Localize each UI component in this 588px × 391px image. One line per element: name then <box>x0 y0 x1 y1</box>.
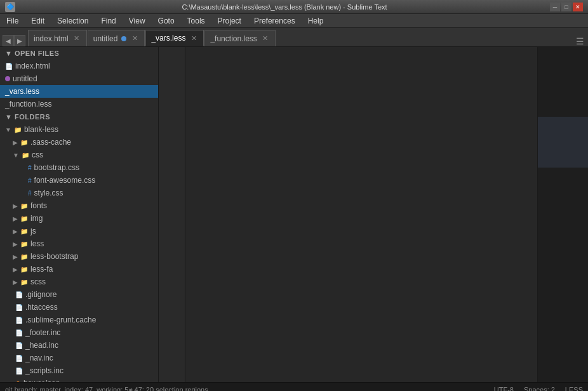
sidebar-item-label: less <box>30 239 44 248</box>
sidebar: ▼ OPEN FILES 📄 index.html untitled _vars… <box>0 47 159 382</box>
encoding-label: UTF-8 <box>494 386 514 392</box>
folder-icon: 📁 <box>20 215 28 222</box>
tab-label: untitled <box>93 34 118 43</box>
sidebar-file-nav-inc[interactable]: 📄 _nav.inc <box>0 352 158 364</box>
folder-icon: 📁 <box>20 253 28 260</box>
main-layout: ▼ OPEN FILES 📄 index.html untitled _vars… <box>0 47 588 382</box>
sidebar-item-label: style.css <box>34 189 63 197</box>
sidebar-item-label: .sublime-grunt.cache <box>25 315 96 324</box>
menu-item-find[interactable]: Find <box>95 14 122 27</box>
folders-header: ▼ FOLDERS <box>0 110 158 123</box>
sidebar-folder-less-fa[interactable]: ▶ 📁 less-fa <box>0 263 158 275</box>
tab-prev-button[interactable]: ◀ <box>3 35 14 46</box>
sidebar-file-gitignore[interactable]: 📄 .gitignore <box>0 288 158 301</box>
sidebar-item-index-html[interactable]: 📄 index.html <box>0 60 158 72</box>
tab-menu-button[interactable]: ☰ <box>573 36 587 46</box>
sidebar-file-footer-inc[interactable]: 📄 _footer.inc <box>0 326 158 339</box>
tab-untitled[interactable]: untitled ✕ <box>88 30 145 46</box>
file-icon: 📄 <box>15 342 23 349</box>
sidebar-item-label: _head.inc <box>25 341 58 350</box>
sidebar-folder-fonts[interactable]: ▶ 📁 fonts <box>0 199 158 212</box>
sidebar-file-bootstrap-css[interactable]: # bootstrap.css <box>0 161 158 174</box>
file-icon: 📄 <box>15 355 23 362</box>
tab-bar: ◀ ▶ index.html ✕ untitled ✕ _vars.less ✕… <box>0 28 588 47</box>
tab-close-icon[interactable]: ✕ <box>72 34 81 43</box>
sidebar-item-label: bower.json <box>23 379 60 382</box>
tab-label: _vars.less <box>151 34 185 43</box>
sidebar-item-vars-less[interactable]: _vars.less <box>0 85 158 98</box>
file-icon: 📄 <box>15 291 23 298</box>
tab-vars-less[interactable]: _vars.less ✕ <box>145 30 204 46</box>
css-icon: # <box>28 164 32 171</box>
tab-close-icon[interactable]: ✕ <box>130 34 139 43</box>
tab-index-html[interactable]: index.html ✕ <box>28 30 87 46</box>
folder-arrow-icon: ▶ <box>13 228 18 235</box>
file-icon: 📄 <box>5 63 13 70</box>
folder-arrow-icon: ▼ <box>13 152 19 159</box>
sidebar-item-untitled[interactable]: untitled <box>0 72 158 85</box>
sidebar-folder-less[interactable]: ▶ 📁 less <box>0 237 158 250</box>
sidebar-item-label: .gitignore <box>25 290 57 299</box>
menu-item-goto[interactable]: Goto <box>152 14 181 27</box>
tab-function-less[interactable]: _function.less ✕ <box>204 30 275 46</box>
sidebar-item-label: _vars.less <box>5 87 39 96</box>
sidebar-folder-css[interactable]: ▼ 📁 css <box>0 149 158 161</box>
tab-navigation: ◀ ▶ <box>3 35 25 46</box>
tab-close-icon[interactable]: ✕ <box>261 34 270 43</box>
sidebar-file-fontawesome-css[interactable]: # font-awesome.css <box>0 174 158 187</box>
sidebar-item-label: img <box>30 214 43 223</box>
maximize-button[interactable]: □ <box>561 3 571 11</box>
sidebar-file-style-css[interactable]: # style.css <box>0 187 158 199</box>
tab-close-icon[interactable]: ✕ <box>189 34 198 43</box>
tab-next-button[interactable]: ▶ <box>14 35 25 46</box>
sidebar-file-scripts-inc[interactable]: 📄 _scripts.inc <box>0 364 158 377</box>
sidebar-item-label: index.html <box>15 62 50 70</box>
sidebar-item-label: less-bootstrap <box>30 252 78 261</box>
sidebar-file-sublime-grunt[interactable]: 📄 .sublime-grunt.cache <box>0 314 158 326</box>
sidebar-folder-sass-cache[interactable]: ▶ 📁 .sass-cache <box>0 136 158 149</box>
sidebar-item-label: .htaccess <box>25 303 58 312</box>
menu-item-preferences[interactable]: Preferences <box>248 14 302 27</box>
editor-content[interactable] <box>159 47 588 382</box>
sidebar-folder-js[interactable]: ▶ 📁 js <box>0 225 158 237</box>
menu-item-project[interactable]: Project <box>211 14 248 27</box>
menu-item-tools[interactable]: Tools <box>181 14 211 27</box>
sidebar-item-function-less[interactable]: _function.less <box>0 98 158 110</box>
folder-arrow-icon: ▶ <box>13 253 18 260</box>
sidebar-item-label: css <box>32 150 43 159</box>
window-title: C:\Masaustu\blank-less\less\_vars.less (… <box>19 3 550 11</box>
sidebar-item-label: js <box>30 227 36 235</box>
menu-item-view[interactable]: View <box>123 14 152 27</box>
sidebar-file-head-inc[interactable]: 📄 _head.inc <box>0 339 158 352</box>
file-icon: 📄 <box>15 317 23 324</box>
menu-item-file[interactable]: File <box>0 14 25 27</box>
sidebar-folder-less-bootstrap[interactable]: ▶ 📁 less-bootstrap <box>0 250 158 263</box>
sidebar-item-label: bootstrap.css <box>34 163 79 172</box>
folder-icon: 📁 <box>14 126 22 133</box>
open-files-header: ▼ OPEN FILES <box>0 47 158 60</box>
sidebar-item-label: _scripts.inc <box>25 366 63 375</box>
sidebar-file-bower-json[interactable]: ⬟ bower.json <box>0 377 158 382</box>
folder-icon: 📁 <box>20 241 28 248</box>
sidebar-folder-img[interactable]: ▶ 📁 img <box>0 212 158 225</box>
tab-label: _function.less <box>210 34 257 43</box>
minimize-button[interactable]: ─ <box>550 3 560 11</box>
menu-item-edit[interactable]: Edit <box>25 14 51 27</box>
file-icon: 📄 <box>15 329 23 336</box>
sidebar-folder-scss[interactable]: ▶ 📁 scss <box>0 275 158 288</box>
menu-item-selection[interactable]: Selection <box>51 14 95 27</box>
folder-icon: 📁 <box>20 139 28 146</box>
code-editor[interactable] <box>185 47 537 382</box>
folder-icon: 📁 <box>20 279 28 286</box>
spaces-label: Spaces: 2 <box>524 386 555 392</box>
folder-arrow-icon: ▶ <box>13 279 18 286</box>
folder-arrow-icon: ▶ <box>13 139 18 146</box>
close-button[interactable]: ✕ <box>573 3 583 11</box>
sidebar-item-label: scss <box>30 277 46 286</box>
sidebar-file-htaccess[interactable]: 📄 .htaccess <box>0 301 158 314</box>
sidebar-folder-blank-less[interactable]: ▼ 📁 blank-less <box>0 123 158 136</box>
editor-area <box>159 47 588 382</box>
minimap[interactable] <box>537 47 588 382</box>
menu-item-help[interactable]: Help <box>302 14 330 27</box>
folder-icon: 📁 <box>22 152 29 159</box>
